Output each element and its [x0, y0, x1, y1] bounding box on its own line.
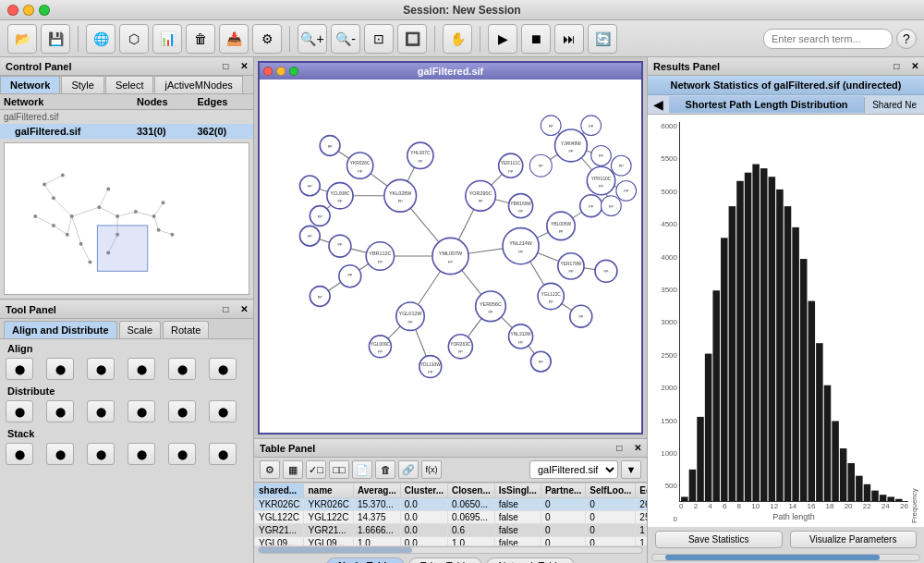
table-dropdown-btn[interactable]: ▼: [621, 460, 641, 479]
table-link-btn[interactable]: 🔗: [398, 460, 419, 479]
search-input[interactable]: [763, 29, 893, 49]
svg-rect-177: [705, 354, 712, 501]
zoom-in-btn[interactable]: 🔍+: [298, 24, 327, 54]
zoom-fit-btn[interactable]: ⊡: [364, 24, 394, 54]
col-ecent[interactable]: Ecent...: [636, 483, 647, 498]
table-settings-btn[interactable]: ⚙: [260, 460, 280, 479]
mini-network-view[interactable]: [4, 142, 249, 295]
dist-v2-btn[interactable]: ⬤: [168, 400, 196, 422]
close-btn[interactable]: [7, 5, 18, 16]
stop-btn[interactable]: ⏹: [521, 24, 551, 54]
table-network-select[interactable]: galFiltered.sif: [529, 460, 618, 479]
align-left-btn[interactable]: ⬤: [6, 358, 33, 380]
zoom-select-btn[interactable]: 🔲: [397, 24, 427, 54]
col-name[interactable]: name: [304, 483, 353, 498]
dist-h-btn[interactable]: ⬤: [6, 400, 33, 422]
import-btn[interactable]: 📥: [219, 24, 249, 54]
tab-jactive[interactable]: jActiveMNodes: [154, 76, 242, 93]
chart-prev-btn[interactable]: ◀: [648, 95, 669, 114]
tab-style[interactable]: Style: [61, 76, 103, 93]
network-window[interactable]: galFiltered.sif: [258, 61, 643, 434]
table-row[interactable]: YGL09...YGL09...1.00.01.0false001631.01.…: [255, 537, 648, 546]
align-center-h-btn[interactable]: ⬤: [46, 358, 74, 380]
tab-node-table[interactable]: Node Table: [326, 557, 404, 563]
table-delete-btn[interactable]: 🗑: [375, 460, 395, 479]
stack5-btn[interactable]: ⬤: [168, 443, 196, 465]
visualize-parameters-btn[interactable]: Visualize Parameters: [790, 531, 918, 548]
dist-h3-btn[interactable]: ⬤: [87, 400, 115, 422]
table-check1-btn[interactable]: ✓□: [306, 460, 326, 479]
nw-max-btn[interactable]: [289, 67, 298, 76]
align-bottom-btn[interactable]: ⬤: [209, 358, 237, 380]
table-columns-btn[interactable]: ▦: [283, 460, 303, 479]
data-table-scroll[interactable]: shared... name Averag... Cluster... Clos…: [254, 483, 647, 545]
col-cluster[interactable]: Cluster...: [400, 483, 447, 498]
tab-network-table[interactable]: Network Table: [486, 557, 575, 563]
table-row[interactable]: YKR026CYKR026C15.370...0.00.0650...false…: [255, 498, 648, 511]
results-close-btn[interactable]: ✕: [911, 61, 918, 71]
table-check2-btn[interactable]: □□: [329, 460, 349, 479]
col-issingl[interactable]: IsSingl...: [494, 483, 541, 498]
save-btn[interactable]: 💾: [41, 24, 70, 54]
table-new-btn[interactable]: 📄: [352, 460, 372, 479]
table-row[interactable]: YGR21...YGR21...1.6666...0.00.6false0010…: [255, 524, 648, 537]
help-btn[interactable]: ?: [896, 29, 917, 49]
network-canvas[interactable]: YML007W pp YKL028W pp YOR290C pp YNL214W…: [260, 80, 641, 433]
delete-btn[interactable]: 🗑: [186, 24, 215, 54]
table-close-btn[interactable]: ✕: [634, 443, 641, 453]
col-shared[interactable]: shared...: [255, 483, 304, 498]
settings-btn[interactable]: ⚙: [252, 24, 282, 54]
undock-btn[interactable]: □: [223, 61, 228, 71]
svg-text:pp: pp: [518, 249, 523, 253]
table-btn[interactable]: 📊: [152, 24, 182, 54]
col-closen[interactable]: Closen...: [448, 483, 495, 498]
tab-align[interactable]: Align and Distribute: [4, 321, 117, 338]
results-scrollbar[interactable]: [651, 554, 920, 561]
network-btn[interactable]: 🌐: [86, 24, 116, 54]
table-scrollbar-h[interactable]: [258, 546, 643, 554]
close-panel-btn[interactable]: ✕: [240, 61, 248, 71]
col-average[interactable]: Averag...: [353, 483, 400, 498]
dist-v-btn[interactable]: ⬤: [128, 400, 155, 422]
rotate-btn[interactable]: 🔄: [588, 24, 617, 54]
stack2-btn[interactable]: ⬤: [46, 443, 74, 465]
tab-scale[interactable]: Scale: [119, 321, 162, 338]
col-selfloo[interactable]: SelfLoo...: [586, 483, 636, 498]
tab-network[interactable]: Network: [0, 76, 60, 93]
hand-btn[interactable]: ✋: [443, 24, 472, 54]
table-row[interactable]: galFiltered.sif 331(0) 362(0): [0, 124, 253, 139]
step-btn[interactable]: ⏭: [554, 24, 584, 54]
tool-undock-btn[interactable]: □: [223, 304, 228, 314]
align-center-v-btn[interactable]: ⬤: [168, 358, 196, 380]
tab-rotate[interactable]: Rotate: [163, 321, 209, 338]
search-area: ?: [763, 29, 917, 49]
tab-edge-table[interactable]: Edge Table: [408, 557, 483, 563]
stack3-btn[interactable]: ⬤: [87, 443, 115, 465]
tool-close-btn[interactable]: ✕: [240, 304, 248, 314]
table-func-btn[interactable]: f(x): [421, 460, 442, 479]
stack1-btn[interactable]: ⬤: [6, 443, 33, 465]
table-row[interactable]: galFiltered.sif: [0, 110, 253, 125]
nw-min-btn[interactable]: [276, 67, 286, 76]
tab-select[interactable]: Select: [105, 76, 154, 93]
align-top-btn[interactable]: ⬤: [128, 358, 155, 380]
window-controls[interactable]: [7, 5, 50, 16]
table-undock-btn[interactable]: □: [616, 443, 622, 453]
minimize-btn[interactable]: [23, 5, 34, 16]
align-right-btn[interactable]: ⬤: [87, 358, 115, 380]
dist-v3-btn[interactable]: ⬤: [209, 400, 237, 422]
results-undock-btn[interactable]: □: [894, 61, 899, 71]
stack6-btn[interactable]: ⬤: [209, 443, 237, 465]
layout-btn[interactable]: ⬡: [119, 24, 149, 54]
play-btn[interactable]: ▶: [488, 24, 517, 54]
dist-h2-btn[interactable]: ⬤: [46, 400, 74, 422]
col-partne[interactable]: Partne...: [541, 483, 585, 498]
open-btn[interactable]: 📂: [7, 24, 37, 54]
maximize-btn[interactable]: [39, 5, 50, 16]
save-statistics-btn[interactable]: Save Statistics: [655, 531, 783, 548]
network-table: Network Nodes Edges galFiltered.sif galF…: [0, 94, 253, 139]
nw-close-btn[interactable]: [263, 67, 273, 76]
table-row[interactable]: YGL122CYGL122C14.3750.00.0695...false002…: [255, 511, 648, 524]
zoom-out-btn[interactable]: 🔍-: [331, 24, 360, 54]
stack4-btn[interactable]: ⬤: [128, 443, 155, 465]
